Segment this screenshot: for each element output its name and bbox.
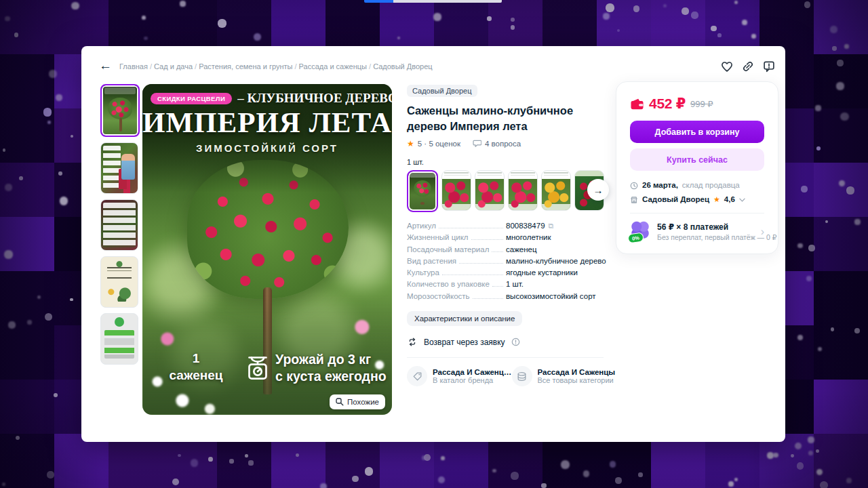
brand-link[interactable]: Рассада И Саженцы СА… В каталог бренда — [407, 366, 502, 386]
questions-text[interactable]: 4 вопроса — [485, 140, 521, 148]
hero-top-line: – КЛУБНИЧНОЕ ДЕРЕВО — [237, 91, 392, 106]
variant-thumbnail-3[interactable] — [475, 170, 505, 211]
buy-now-button[interactable]: Купить сейчас — [630, 148, 764, 171]
favorite-heart-icon[interactable] — [720, 60, 734, 73]
copy-link-icon[interactable] — [741, 60, 755, 73]
spec-row: Морозостойкость высокозимостойкий сорт ⧉ — [407, 292, 605, 304]
chevron-down-icon[interactable] — [739, 198, 745, 202]
delivery-row: 26 марта, склад продавца — [630, 180, 764, 190]
brand-link-subtitle: В каталог бренда — [433, 376, 513, 384]
seller-rating-value: 4,6 — [724, 195, 735, 205]
variant-selector: → — [407, 170, 605, 212]
info-icon[interactable] — [511, 338, 520, 346]
hero-badge-row: СКИДКИ РАСЦВЕЛИ – КЛУБНИЧНОЕ ДЕРЕВО — [151, 91, 385, 106]
spec-dotted-leader — [471, 239, 503, 240]
hero-count-word: саженец — [167, 367, 225, 384]
spec-dotted-leader — [439, 228, 503, 228]
variants-next-arrow-button[interactable]: → — [587, 179, 609, 201]
chevron-right-icon[interactable]: › — [761, 226, 764, 238]
variant-thumbnail-2[interactable] — [441, 170, 471, 211]
spec-label: Культура — [407, 268, 439, 277]
return-policy-row[interactable]: Возврат через заявку — [407, 337, 605, 347]
hero-count-number: 1 — [167, 350, 225, 367]
return-arrows-icon — [407, 337, 418, 347]
spec-left: Количество в упаковке — [407, 280, 506, 289]
installment-flower-icon: 0% — [630, 221, 650, 243]
similar-items-button[interactable]: Похожие — [330, 394, 385, 409]
add-to-cart-button[interactable]: Добавить в корзину — [630, 121, 764, 143]
spec-row: Жизненный цикл многолетник ⧉ — [407, 233, 605, 245]
spec-label: Морозостойкость — [407, 292, 470, 300]
thumb-title-bar — [104, 87, 136, 94]
details-description-button[interactable]: Характеристики и описание — [407, 311, 522, 326]
scale-icon — [244, 352, 271, 382]
old-price: 999 ₽ — [690, 99, 713, 109]
seller-row[interactable]: Садовый Дворец ★ 4,6 — [630, 195, 764, 205]
gallery-thumbnail-5[interactable] — [100, 313, 138, 365]
thumb-tree-trunk — [119, 118, 122, 131]
thumbnail-rail — [100, 84, 140, 365]
breadcrumb-item[interactable]: Растения, семена и грунты — [193, 62, 292, 70]
similar-label: Похожие — [347, 398, 379, 406]
rating-text[interactable]: 5 · 5 оценок — [418, 140, 460, 148]
brand-link-text: Рассада И Саженцы СА… В каталог бренда — [433, 368, 513, 384]
seller-chip[interactable]: Садовый Дворец — [407, 85, 477, 97]
spec-value: ягодные кустарники — [506, 268, 578, 277]
spec-row: Посадочный материал саженец ⧉ — [407, 245, 605, 257]
delivery-place: склад продавца — [682, 180, 740, 190]
gallery-thumbnail-2[interactable] — [100, 142, 138, 194]
spec-list: Артикул 800838479 ⧉ Жизненный цикл много… — [407, 222, 605, 304]
brand-link-title: Рассада И Саженцы — [538, 368, 616, 376]
breadcrumb-item[interactable]: Садовый Дворец — [367, 62, 433, 70]
rating-row: ★ 5 · 5 оценок 4 вопроса — [407, 139, 605, 148]
back-button[interactable]: ← — [99, 60, 112, 72]
gallery-thumbnail-3[interactable] — [100, 199, 138, 251]
header-actions — [720, 60, 776, 73]
sale-badge: СКИДКИ РАСЦВЕЛИ — [151, 93, 232, 104]
spec-dotted-leader — [492, 251, 503, 252]
hero-yield-caption: Урожай до 3 кг с куста ежегодно — [275, 351, 387, 385]
spec-left: Жизненный цикл — [407, 233, 506, 242]
hero-count-caption: 1 саженец — [167, 350, 225, 384]
gallery-thumbnail-4[interactable] — [100, 256, 138, 308]
spec-value: 1 шт. — [506, 280, 524, 288]
variant-thumbnail-5[interactable] — [541, 170, 571, 211]
copy-icon[interactable]: ⧉ — [549, 222, 554, 230]
hero-subtitle: ЗИМОСТОЙКИЙ СОРТ — [142, 142, 392, 154]
spec-dotted-leader — [473, 298, 503, 299]
product-page-window: ← ГлавнаяСад и дачаРастения, семена и гр… — [81, 46, 785, 442]
gallery-thumbnail-1-selected[interactable] — [100, 84, 140, 137]
variant-thumbnail-4[interactable] — [508, 170, 538, 211]
buy-box: 452 ₽ 999 ₽ Добавить в корзину Купить се… — [616, 81, 778, 254]
main-product-image[interactable]: СКИДКИ РАСЦВЕЛИ – КЛУБНИЧНОЕ ДЕРЕВО ИМПЕ… — [142, 84, 392, 415]
spec-value: 800838479 — [506, 222, 545, 230]
spec-value: высокозимостойкий сорт — [506, 292, 596, 300]
spec-row: Культура ягодные кустарники ⧉ — [407, 268, 605, 280]
zero-percent-badge: 0% — [627, 232, 644, 243]
delivery-date: 26 марта, — [642, 180, 678, 190]
video-progress-bar[interactable] — [364, 0, 502, 3]
breadcrumb-item[interactable]: Сад и дача — [148, 62, 193, 70]
divider — [407, 357, 604, 358]
brand-link[interactable]: Рассада И Саженцы Все товары категории — [512, 366, 606, 386]
installment-note: Без переплат, первый платёж — 0 ₽ — [657, 233, 754, 241]
brand-link-text: Рассада И Саженцы Все товары категории — [538, 368, 616, 384]
spec-value: многолетник — [506, 233, 551, 241]
report-icon[interactable] — [762, 60, 776, 73]
hero-yield-line1: Урожай до 3 кг — [275, 351, 387, 368]
spec-left: Культура — [407, 268, 506, 277]
installment-row[interactable]: 0% 56 ₽ × 8 платежей Без переплат, первы… — [630, 221, 764, 243]
installment-title: 56 ₽ × 8 платежей — [657, 222, 754, 232]
brand-links: Рассада И Саженцы СА… В каталог бренда Р… — [407, 366, 605, 386]
spec-dotted-leader — [492, 286, 503, 287]
video-progress-played — [364, 0, 393, 3]
wallet-icon — [630, 98, 644, 110]
breadcrumb: ГлавнаяСад и дачаРастения, семена и грун… — [119, 62, 433, 70]
variant-thumbnail-1-selected[interactable] — [407, 170, 438, 212]
breadcrumb-item[interactable]: Рассада и саженцы — [292, 62, 367, 70]
tag-icon — [407, 366, 427, 386]
breadcrumb-item[interactable]: Главная — [119, 62, 148, 70]
stack-icon — [512, 366, 532, 386]
product-title: Саженцы малино-клубничное дерево Империя… — [407, 103, 605, 134]
rating-star-icon: ★ — [407, 140, 414, 148]
